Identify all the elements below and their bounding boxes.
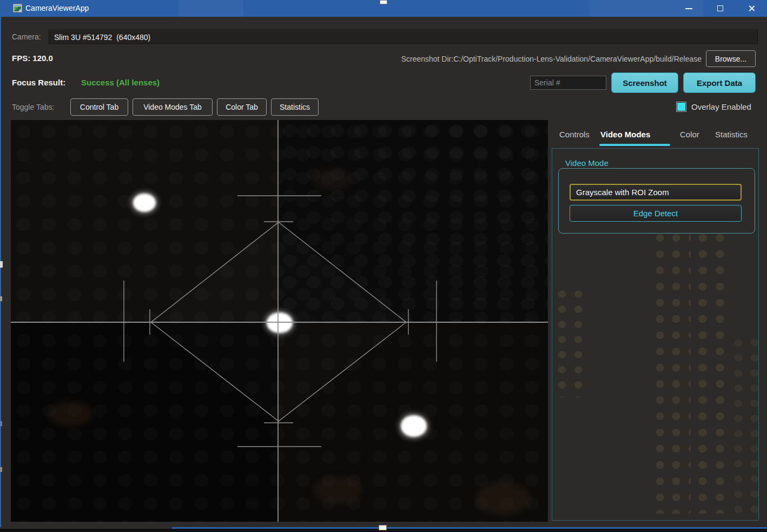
maximize-button[interactable] <box>704 0 736 17</box>
camera-select[interactable]: Slim 3U #514792 (640x480) <box>49 30 758 44</box>
toggle-control-tab-button[interactable]: Control Tab <box>70 98 128 116</box>
minimize-icon <box>685 8 692 9</box>
panel-tab-statistics[interactable]: Statistics <box>715 130 748 139</box>
panel-noise <box>694 230 731 514</box>
panel-tab-color[interactable]: Color <box>680 130 699 139</box>
screen-edge-artifact <box>0 17 1 527</box>
close-icon <box>748 5 755 12</box>
grayscale-roi-zoom-button[interactable]: Grayscale with ROI Zoom <box>570 184 742 201</box>
screen-edge-artifact <box>380 0 387 4</box>
window-controls <box>673 0 767 17</box>
video-mode-group-title: Video Mode <box>565 158 609 168</box>
window-title: CameraViewerApp <box>25 4 89 12</box>
screen-edge-artifact <box>0 421 2 426</box>
camera-select-value: Slim 3U #514792 (640x480) <box>54 33 150 42</box>
toggle-tabs-label: Toggle Tabs: <box>12 103 54 111</box>
fps-readout: FPS: 120.0 <box>12 54 53 63</box>
app-icon <box>13 4 22 12</box>
serial-input[interactable] <box>530 76 606 90</box>
screenshot-button[interactable]: Screenshot <box>611 72 678 93</box>
toggle-color-tab-button[interactable]: Color Tab <box>217 98 267 116</box>
edge-detect-button[interactable]: Edge Detect <box>570 205 742 222</box>
screen-edge-artifact <box>0 467 2 472</box>
screen-edge-artifact <box>379 525 387 530</box>
panel-tab-video-modes[interactable]: Video Modes <box>600 130 650 139</box>
toggle-statistics-button[interactable]: Statistics <box>271 98 319 116</box>
screenshot-dir-label: Screenshot Dir: <box>401 55 453 63</box>
titlebar-highlight <box>178 0 243 17</box>
minimize-button[interactable] <box>673 0 704 17</box>
focus-result-label: Focus Result: <box>12 78 65 87</box>
camera-viewport[interactable] <box>11 120 548 522</box>
video-mode-groupbox <box>558 168 755 234</box>
screen-edge-artifact <box>0 261 3 268</box>
close-button[interactable] <box>736 0 767 17</box>
screenshot-dir-path: C:/OptiTrack/Production-Lens-Validation/… <box>453 55 702 63</box>
overlay-enabled-checkbox[interactable] <box>676 102 686 112</box>
toggle-video-modes-tab-button[interactable]: Video Modes Tab <box>133 98 213 116</box>
panel-noise <box>652 230 691 514</box>
screen-edge-artifact <box>0 296 2 301</box>
panel-tab-controls[interactable]: Controls <box>559 130 590 139</box>
export-data-button[interactable]: Export Data <box>683 72 756 93</box>
panel-noise <box>730 335 762 514</box>
screenshot-dir: Screenshot Dir:C:/OptiTrack/Production-L… <box>401 55 702 63</box>
overlay-enabled-label: Overlay Enabled <box>691 102 751 111</box>
focus-result-value: Success (All lenses) <box>81 78 160 87</box>
camera-label: Camera: <box>12 32 41 41</box>
checkbox-check-icon <box>677 103 685 111</box>
crosshair-overlay <box>11 120 548 522</box>
active-tab-indicator <box>599 144 670 146</box>
browse-button[interactable]: Browse... <box>706 50 756 67</box>
panel-noise <box>554 287 590 397</box>
app-window: CameraViewerApp Camera: Slim 3U #514792 … <box>0 0 767 529</box>
screen: CameraViewerApp Camera: Slim 3U #514792 … <box>0 0 767 532</box>
maximize-icon <box>717 5 723 11</box>
